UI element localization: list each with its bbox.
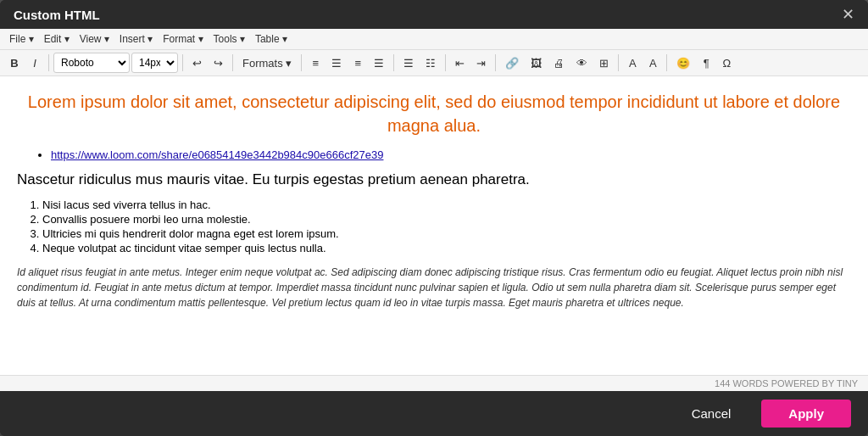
toolbar-separator-5 xyxy=(393,54,394,71)
paragraph-heading: Nascetur ridiculus mus mauris vitae. Eu … xyxy=(17,171,851,188)
font-family-select[interactable]: Roboto Arial Times New Roman xyxy=(53,53,130,73)
table-button[interactable]: ⊞ xyxy=(594,53,614,73)
font-color-button[interactable]: A xyxy=(623,53,642,73)
list-item: Nisi lacus sed viverra tellus in hac. xyxy=(42,198,851,211)
image-button[interactable]: 🖼 xyxy=(526,53,547,73)
indent-button[interactable]: ⇥ xyxy=(471,53,491,73)
list-item: Ultricies mi quis hendrerit dolor magna … xyxy=(42,227,851,240)
close-button[interactable]: ✕ xyxy=(842,7,854,22)
align-right-button[interactable]: ≡ xyxy=(348,53,367,73)
cancel-button[interactable]: Cancel xyxy=(671,400,752,428)
content-area[interactable]: Lorem ipsum dolor sit amet, consectetur … xyxy=(0,76,868,375)
formats-dropdown[interactable]: Formats ▾ xyxy=(237,53,297,73)
bold-button[interactable]: B xyxy=(5,53,24,73)
menu-file[interactable]: File ▾ xyxy=(5,31,38,47)
highlight-button[interactable]: A xyxy=(643,53,662,73)
modal-title: Custom HTML xyxy=(14,8,100,22)
bullet-list-button[interactable]: ☰ xyxy=(398,53,419,73)
word-count-bar: 144 WORDS POWERED BY TINY xyxy=(0,375,868,391)
toolbar-separator-3 xyxy=(232,54,233,71)
toolbar-separator-4 xyxy=(301,54,302,71)
lorem-heading: Lorem ipsum dolor sit amet, consectetur … xyxy=(17,90,851,137)
outdent-button[interactable]: ⇤ xyxy=(450,53,470,73)
italic-paragraph: Id aliquet risus feugiat in ante metus. … xyxy=(17,265,851,310)
menu-table[interactable]: Table ▾ xyxy=(251,31,292,47)
toolbar-separator-2 xyxy=(182,54,183,71)
menu-edit[interactable]: Edit ▾ xyxy=(40,31,74,47)
print-button[interactable]: 🖨 xyxy=(548,53,570,73)
font-size-select[interactable]: 14px 12px 16px 18px xyxy=(131,53,178,73)
toolbar-separator-9 xyxy=(666,54,667,71)
modal-footer: Cancel Apply xyxy=(0,391,868,436)
content-link[interactable]: https://www.loom.com/share/e06854149e344… xyxy=(51,148,383,161)
numbered-list: Nisi lacus sed viverra tellus in hac. Co… xyxy=(42,198,851,254)
list-item: Convallis posuere morbi leo urna molesti… xyxy=(42,213,851,226)
toolbar-separator-7 xyxy=(495,54,496,71)
redo-button[interactable]: ↪ xyxy=(209,53,228,73)
menu-view[interactable]: View ▾ xyxy=(75,31,114,47)
menu-bar: File ▾ Edit ▾ View ▾ Insert ▾ Format ▾ T… xyxy=(0,29,868,50)
link-list-item: https://www.loom.com/share/e06854149e344… xyxy=(51,148,851,161)
menu-format[interactable]: Format ▾ xyxy=(159,31,207,47)
apply-button[interactable]: Apply xyxy=(761,400,851,428)
special-char-button[interactable]: Ω xyxy=(717,53,736,73)
menu-insert[interactable]: Insert ▾ xyxy=(115,31,157,47)
editor-area: File ▾ Edit ▾ View ▾ Insert ▾ Format ▾ T… xyxy=(0,29,868,391)
link-button[interactable]: 🔗 xyxy=(500,53,524,73)
modal-header: Custom HTML ✕ xyxy=(0,0,868,29)
align-left-button[interactable]: ≡ xyxy=(306,53,325,73)
italic-button[interactable]: I xyxy=(25,53,44,73)
list-item: Neque volutpat ac tincidunt vitae semper… xyxy=(42,242,851,254)
numbered-list-button[interactable]: ☷ xyxy=(420,53,441,73)
custom-html-modal: Custom HTML ✕ File ▾ Edit ▾ View ▾ Inser… xyxy=(0,0,868,436)
paragraph-button[interactable]: ¶ xyxy=(697,53,715,73)
toolbar: B I Roboto Arial Times New Roman 14px 12… xyxy=(0,50,868,76)
toolbar-separator-8 xyxy=(618,54,619,71)
menu-tools[interactable]: Tools ▾ xyxy=(209,31,249,47)
preview-button[interactable]: 👁 xyxy=(571,53,593,73)
align-justify-button[interactable]: ☰ xyxy=(369,53,389,73)
toolbar-separator-6 xyxy=(445,54,446,71)
undo-button[interactable]: ↩ xyxy=(187,53,207,73)
toolbar-separator-1 xyxy=(48,54,49,71)
align-center-button[interactable]: ☰ xyxy=(326,53,347,73)
emoji-button[interactable]: 😊 xyxy=(671,53,695,73)
